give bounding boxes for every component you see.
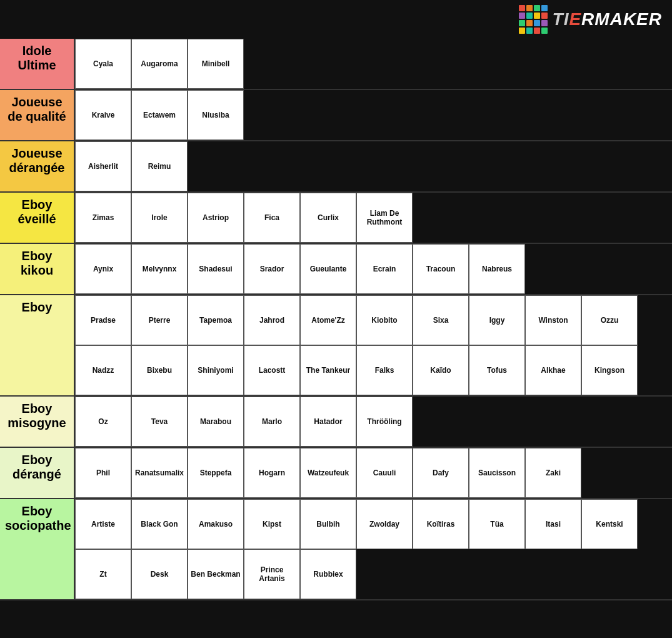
tier-cell: Tüa — [469, 499, 525, 549]
tier-cell: Rubbiex — [300, 549, 356, 599]
tier-cell: Kipst — [244, 499, 300, 549]
tier-cell: Phil — [75, 448, 131, 498]
tier-content-idole-ultime: CyalaAugaromaMinibell — [75, 39, 672, 89]
tier-cell: Pterre — [131, 295, 188, 345]
tier-cell: Ecrain — [356, 244, 413, 294]
tier-cell: Cyala — [75, 39, 131, 89]
tier-cell: Kingson — [581, 345, 638, 395]
tier-cell: Liam De Ruthmont — [356, 193, 413, 243]
tier-cell: Kraive — [75, 90, 131, 140]
tier-label-idole-ultime: Idole Ultime — [0, 39, 75, 89]
tier-cell: Pradse — [75, 295, 131, 345]
tier-row-joueuse-qualite: Joueuse de qualitéKraiveEctawemNiusiba — [0, 90, 672, 141]
tier-cell: Zaki — [525, 448, 581, 498]
tier-cell: Srador — [244, 244, 300, 294]
tier-cell: Teva — [131, 397, 188, 447]
tier-cell: Alkhae — [525, 345, 581, 395]
tier-content-eboy: PradsePterreTapemoaJahrodAtome'ZzKiobito… — [75, 295, 672, 395]
tier-cell: Dafy — [413, 448, 469, 498]
tier-cell: Astriop — [188, 193, 244, 243]
tier-content-joueuse-derangee: AisherlitReimu — [75, 141, 672, 191]
tier-cell: Minibell — [188, 39, 244, 89]
tier-cell: Bulbih — [300, 499, 356, 549]
tier-cell: Artiste — [75, 499, 131, 549]
tier-row-idole-ultime: Idole UltimeCyalaAugaromaMinibell — [0, 39, 672, 90]
tier-cell: Shadesui — [188, 244, 244, 294]
tier-row-eboy-misogyne: Eboy misogyneOzTevaMarabouMarloHatadorTh… — [0, 397, 672, 448]
tier-cell: Thrööling — [356, 397, 413, 447]
tier-cell: Ben Beckman — [188, 549, 244, 599]
tier-label-eboy-sociopathe: Eboy sociopathe — [0, 499, 75, 599]
tiermaker-logo: TiERMAKER — [519, 5, 662, 34]
tier-row-eboy-derange: Eboy dérangéPhilRanatsumalixSteppefaHoga… — [0, 448, 672, 499]
tier-cell: Prince Artanis — [244, 549, 300, 599]
tier-cell: Hogarn — [244, 448, 300, 498]
tier-cell: Augaroma — [131, 39, 188, 89]
tier-cell: Bixebu — [131, 345, 188, 395]
tier-label-joueuse-derangee: Joueuse dérangée — [0, 141, 75, 191]
tier-cell: Marabou — [188, 397, 244, 447]
tier-label-eboy-misogyne: Eboy misogyne — [0, 397, 75, 447]
tier-content-joueuse-qualite: KraiveEctawemNiusiba — [75, 90, 672, 140]
tier-cell: Tapemoa — [188, 295, 244, 345]
tier-cell: Curlix — [300, 193, 356, 243]
tier-cell: Aisherlit — [75, 141, 131, 191]
tier-cell: Niusiba — [188, 90, 244, 140]
tier-cell: Lacostt — [244, 345, 300, 395]
logo-grid — [519, 5, 548, 34]
tier-cell: Kentski — [581, 499, 638, 549]
tier-content-eboy-kikou: AynixMelvynnxShadesuiSradorGueulanteEcra… — [75, 244, 672, 294]
tier-cell: Nabreus — [469, 244, 525, 294]
tier-cell: Tofus — [469, 345, 525, 395]
tier-cell: Iggy — [469, 295, 525, 345]
tier-cell: Fica — [244, 193, 300, 243]
tier-label-eboy-eveille: Eboy éveillé — [0, 193, 75, 243]
tier-label-eboy-kikou: Eboy kikou — [0, 244, 75, 294]
tier-cell: Melvynnx — [131, 244, 188, 294]
tier-cell: Kiobito — [356, 295, 413, 345]
tier-cell: Zimas — [75, 193, 131, 243]
tier-content-eboy-derange: PhilRanatsumalixSteppefaHogarnWatzeufeuk… — [75, 448, 672, 498]
tier-cell: Koïtiras — [413, 499, 469, 549]
tier-cell: Ectawem — [131, 90, 188, 140]
tier-cell: Kaïdo — [413, 345, 469, 395]
tier-cell: Atome'Zz — [300, 295, 356, 345]
tier-cell: Itasi — [525, 499, 581, 549]
tier-content-eboy-misogyne: OzTevaMarabouMarloHatadorThrööling — [75, 397, 672, 447]
tier-row-eboy-sociopathe: Eboy sociopatheArtisteBlack GonAmakusoKi… — [0, 499, 672, 600]
tier-row-eboy-eveille: Eboy éveilléZimasIroleAstriopFicaCurlixL… — [0, 193, 672, 244]
tier-cell: Aynix — [75, 244, 131, 294]
tier-cell: Jahrod — [244, 295, 300, 345]
tier-cell: Falks — [356, 345, 413, 395]
tier-cell: Gueulante — [300, 244, 356, 294]
tier-cell: Marlo — [244, 397, 300, 447]
tier-cell: Saucisson — [469, 448, 525, 498]
tier-cell: Zwolday — [356, 499, 413, 549]
tier-content-eboy-sociopathe: ArtisteBlack GonAmakusoKipstBulbihZwolda… — [75, 499, 672, 599]
tier-cell: Amakuso — [188, 499, 244, 549]
tier-cell: Reimu — [131, 141, 188, 191]
tier-label-joueuse-qualite: Joueuse de qualité — [0, 90, 75, 140]
tier-cell: Sixa — [413, 295, 469, 345]
tier-cell: Nadzz — [75, 345, 131, 395]
tier-cell: Zt — [75, 549, 131, 599]
tier-cell: Watzeufeuk — [300, 448, 356, 498]
tier-row-eboy-kikou: Eboy kikouAynixMelvynnxShadesuiSradorGue… — [0, 244, 672, 295]
tier-cell: Desk — [131, 549, 188, 599]
tier-cell: Steppefa — [188, 448, 244, 498]
logo-text: TiERMAKER — [553, 9, 662, 29]
tier-content-eboy-eveille: ZimasIroleAstriopFicaCurlixLiam De Ruthm… — [75, 193, 672, 243]
tier-cell: Cauuli — [356, 448, 413, 498]
tier-row-eboy: EboyPradsePterreTapemoaJahrodAtome'ZzKio… — [0, 295, 672, 397]
tier-cell: Ranatsumalix — [131, 448, 188, 498]
tier-cell: Ozzu — [581, 295, 638, 345]
tier-list: Idole UltimeCyalaAugaromaMinibellJoueuse… — [0, 39, 672, 600]
tier-cell: Tracoun — [413, 244, 469, 294]
tier-label-eboy: Eboy — [0, 295, 75, 395]
tier-cell: Irole — [131, 193, 188, 243]
tier-row-joueuse-derangee: Joueuse dérangéeAisherlitReimu — [0, 141, 672, 193]
tier-cell: Hatador — [300, 397, 356, 447]
tier-cell: The Tankeur — [300, 345, 356, 395]
header: TiERMAKER — [0, 0, 672, 39]
tier-cell: Black Gon — [131, 499, 188, 549]
